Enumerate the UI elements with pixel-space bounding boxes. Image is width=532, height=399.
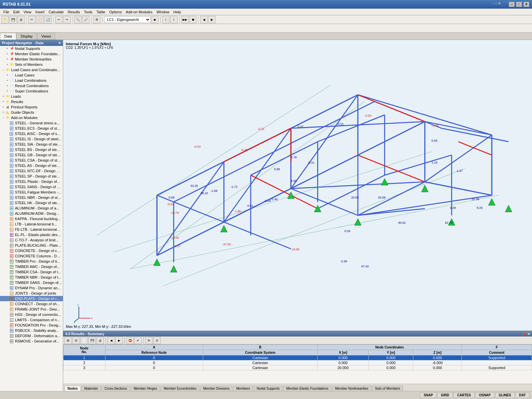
tree-item-19[interactable]: SSTEEL BS - Design of steel... xyxy=(0,147,63,152)
tree-item-27[interactable]: SSTEEL Fatigue Members -... xyxy=(0,190,63,195)
status-tab-snap[interactable]: SNAP xyxy=(420,392,437,398)
results-table-container[interactable]: NodeNo. A B Node Coordinates F Reference… xyxy=(63,344,532,370)
tree-item-31[interactable]: AALUMINUM ADM - Desig... xyxy=(0,211,63,216)
table-row-1[interactable]: 20Cartesian0.0000.000-6.000 xyxy=(64,360,532,365)
tree-item-41[interactable]: TTIMBER AWC - Design of... xyxy=(0,264,63,269)
tree-item-11[interactable]: +🖨Printout Reports xyxy=(0,104,63,110)
tree-item-14[interactable]: SSTEEL - General stress an... xyxy=(0,120,63,126)
tree-item-17[interactable]: SSTEEL IS - Design of steel... xyxy=(0,136,63,142)
menu-item-file[interactable]: File xyxy=(1,9,11,15)
tb1b-btn-4[interactable]: ▶▶ xyxy=(181,16,189,23)
menu-item-window[interactable]: Window xyxy=(154,9,171,15)
menu-item-view[interactable]: View xyxy=(22,9,34,15)
tree-item-49[interactable]: FFRAME-JOINT Pro - Desi... xyxy=(0,307,63,312)
tree-item-6[interactable]: +📄Load Combinations xyxy=(0,78,63,83)
menu-item-tools[interactable]: Tools xyxy=(82,9,94,15)
tree-item-40[interactable]: TTIMBER Pro - Design of ti... xyxy=(0,259,63,264)
bottom-tab-members[interactable]: Members xyxy=(233,386,253,391)
bottom-tab-member-hinges[interactable]: Member Hinges xyxy=(131,386,160,391)
tree-item-52[interactable]: FFOUNDATION Pro - Desig... xyxy=(0,323,63,328)
tree-item-33[interactable]: LLTB - Lateral-torsional b... xyxy=(0,221,63,227)
results-tb-btn-7[interactable]: ▶ xyxy=(115,337,123,344)
tree-item-4[interactable]: −📁Load Cases and Combinatio... xyxy=(0,67,63,72)
tb1b-btn-5[interactable]: ⏹ xyxy=(189,16,197,23)
tree-item-26[interactable]: SSTEEL SANS - Design of st... xyxy=(0,184,63,190)
results-tb-btn-8[interactable]: ⛔ xyxy=(126,337,134,344)
status-tab-cartes[interactable]: CARTES xyxy=(454,392,474,398)
tb1-btn-11[interactable]: 🔍 xyxy=(74,16,81,23)
tree-item-1[interactable]: +📌Member Elastic Foundatio... xyxy=(0,51,63,57)
tree-item-42[interactable]: TTIMBER CSA - Design of t... xyxy=(0,269,63,275)
tree-item-20[interactable]: SSTEEL GB - Design of stee... xyxy=(0,152,63,158)
tree-item-0[interactable]: +📌Nodal Supports xyxy=(0,46,63,51)
results-tb-btn-10[interactable]: fx xyxy=(145,337,153,344)
bottom-tab-member-divisions[interactable]: Member Divisions xyxy=(200,386,232,391)
load-case-dropdown[interactable]: LC1 - Eigengewicht xyxy=(104,16,151,23)
tb1-btn-1[interactable]: 💾 xyxy=(9,16,17,23)
status-tab-osnap[interactable]: OSNAP xyxy=(475,392,494,398)
tree-item-30[interactable]: AALUMINUM - Design of a... xyxy=(0,205,63,211)
tree-item-43[interactable]: TTIMBER NBR - Design of t... xyxy=(0,275,63,280)
results-tb-btn-3[interactable]: 📄 xyxy=(80,337,88,344)
bottom-tab-nodes[interactable]: Nodes xyxy=(65,386,81,391)
tree-item-28[interactable]: SSTEEL NBR - Design of ste... xyxy=(0,195,63,200)
tb1-btn-4[interactable]: ✂ xyxy=(28,16,36,23)
results-tb-btn-1[interactable]: ⊞ xyxy=(65,337,72,344)
tb1-btn-14[interactable]: ⚙ xyxy=(93,16,100,23)
tree-item-24[interactable]: SSTEEL SP - Design of steel... xyxy=(0,174,63,179)
tree-item-51[interactable]: LLIMITS - Comparison of n... xyxy=(0,317,63,323)
close-button[interactable]: ✕ xyxy=(523,2,529,7)
results-close-icon[interactable]: ✕ xyxy=(527,332,530,336)
tb1b-btn-2[interactable]: ⟩ xyxy=(170,16,178,23)
results-tb-btn-11[interactable]: Ω xyxy=(153,337,161,344)
tree-item-3[interactable]: +📁Sets of Members xyxy=(0,62,63,67)
dropdown-arrow-button[interactable]: ▶ xyxy=(151,16,159,23)
tree-item-32[interactable]: KKAPPA - Flexural buckling... xyxy=(0,216,63,221)
bottom-tab-nodal-supports[interactable]: Nodal Supports xyxy=(254,386,283,391)
results-tb-btn-4[interactable]: 💾 xyxy=(88,337,96,344)
tree-item-22[interactable]: SSTEEL AS - Design of steel... xyxy=(0,163,63,168)
status-tab-glines[interactable]: GLINES xyxy=(495,392,515,398)
results-pin-icon[interactable]: 📌 xyxy=(522,332,526,336)
menu-item-insert[interactable]: Insert xyxy=(33,9,47,15)
tb1-btn-2[interactable]: 🖨 xyxy=(17,16,25,23)
tree-item-39[interactable]: CCONCRETE Columns - De... xyxy=(0,253,63,259)
tree-item-44[interactable]: TTIMBER SANS - Design of... xyxy=(0,280,63,285)
menu-item-calculate[interactable]: Calculate xyxy=(47,9,66,15)
menu-item-table[interactable]: Table xyxy=(94,9,107,15)
tree-item-53[interactable]: RRSBUCK - Stability analy... xyxy=(0,328,63,333)
tree-item-10[interactable]: +📁Results xyxy=(0,99,63,104)
tree-item-21[interactable]: SSTEEL CSA - Design of ste... xyxy=(0,158,63,163)
panel-tree[interactable]: +📌Nodal Supports+📌Member Elastic Foundat… xyxy=(0,46,63,391)
panel-tab-display[interactable]: Display xyxy=(16,33,37,40)
tree-item-8[interactable]: +📄Super Combinations xyxy=(0,88,63,94)
tb1b-btn-1[interactable]: ⟨ xyxy=(162,16,170,23)
tb1-btn-12[interactable]: 🔎 xyxy=(82,16,89,23)
tb1-btn-5[interactable]: 📋 xyxy=(36,16,44,23)
bottom-tab-sets-of-members[interactable]: Sets of Members xyxy=(372,386,403,391)
minimize-button[interactable]: ─ xyxy=(509,2,515,7)
tree-item-16[interactable]: SSTEEL AISC - Design of ste... xyxy=(0,131,63,136)
tree-item-45[interactable]: DDYNAM Pro - Dynamic an... xyxy=(0,285,63,291)
results-tb-btn-6[interactable]: ◀ xyxy=(107,337,115,344)
tree-item-15[interactable]: SSTEEL EC3 - Design of ste... xyxy=(0,126,63,131)
tree-item-36[interactable]: CC-TO-T - Analysis of limit... xyxy=(0,237,63,243)
tree-item-7[interactable]: +📄Result Combinations xyxy=(0,83,63,88)
results-tbody[interactable]: 10Cartesian0.0000.0000.000Supported20Car… xyxy=(64,355,532,370)
results-tb-btn-2[interactable]: ⊟ xyxy=(72,337,80,344)
tree-item-12[interactable]: +📐Guide Objects xyxy=(0,110,63,115)
tree-item-50[interactable]: HHSS - Design of connectio... xyxy=(0,312,63,317)
panel-tab-data[interactable]: Data xyxy=(0,33,16,40)
tree-item-54[interactable]: DDEFORM - Deformation a... xyxy=(0,333,63,338)
menu-item-add-on-modules[interactable]: Add-on Modules xyxy=(124,9,154,15)
results-tb-btn-5[interactable]: 🖨 xyxy=(96,337,104,344)
tree-item-34[interactable]: LFE-LTB - Lateral-torsional... xyxy=(0,227,63,232)
tree-item-29[interactable]: SSTEEL HK - Design of steel... xyxy=(0,200,63,205)
tree-item-5[interactable]: +📄Load Cases xyxy=(0,72,63,78)
bottom-tab-member-elastic-foundations[interactable]: Member Elastic Foundations xyxy=(283,386,332,391)
tree-item-55[interactable]: RRSMOVE - Generation of... xyxy=(0,338,63,344)
status-tab-dxf[interactable]: DXF xyxy=(515,392,529,398)
status-tab-grid[interactable]: GRID xyxy=(437,392,453,398)
tree-item-46[interactable]: JJOINTS - Design of joints xyxy=(0,291,63,296)
menu-item-help[interactable]: Help xyxy=(172,9,183,15)
